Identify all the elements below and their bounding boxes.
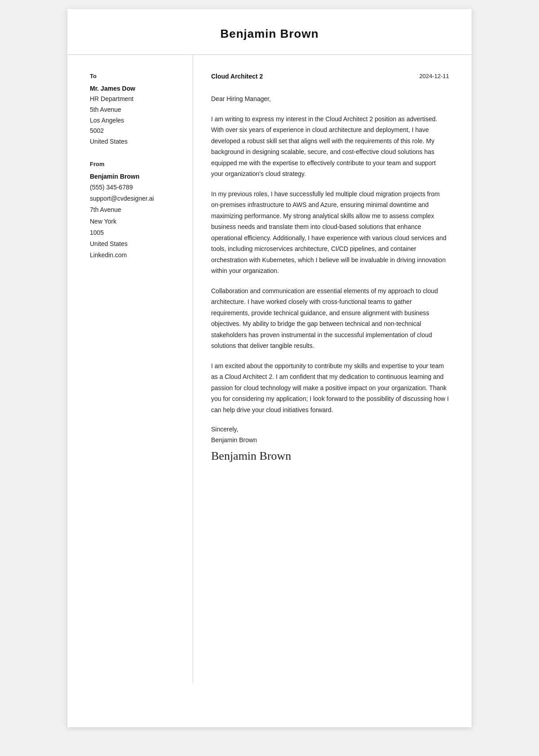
sender-street: 7th Avenue <box>90 204 179 215</box>
applicant-name: Benjamin Brown <box>94 27 445 41</box>
cover-letter-page: Benjamin Brown To Mr. James Dow HR Depar… <box>67 9 472 727</box>
job-title: Cloud Architect 2 <box>211 73 263 80</box>
paragraph-2: In my previous roles, I have successfull… <box>211 189 449 277</box>
from-section: From Benjamin Brown (555) 345-6789 suppo… <box>90 161 179 261</box>
to-section: To Mr. James Dow HR Department 5th Avenu… <box>90 73 179 147</box>
from-label: From <box>90 161 179 167</box>
address-line-2: 5th Avenue <box>90 105 179 115</box>
letter-date: 2024-12-11 <box>420 73 450 79</box>
letter-header: Cloud Architect 2 2024-12-11 <box>211 73 449 80</box>
closing-word: Sincerely, <box>211 426 238 433</box>
left-panel: To Mr. James Dow HR Department 5th Avenu… <box>67 55 193 683</box>
closing-text: Sincerely, Benjamin Brown <box>211 424 449 446</box>
signature-cursive: Benjamin Brown <box>211 449 449 463</box>
sender-name: Benjamin Brown <box>90 173 179 180</box>
sender-linkedin: Linkedin.com <box>90 250 179 261</box>
page-header: Benjamin Brown <box>67 9 472 55</box>
paragraph-3: Collaboration and communication are esse… <box>211 286 449 352</box>
letter-body: Dear Hiring Manager, I am writing to exp… <box>211 93 449 415</box>
sender-details: (555) 345-6789 support@cvdesigner.ai 7th… <box>90 182 179 261</box>
content-area: To Mr. James Dow HR Department 5th Avenu… <box>67 55 472 683</box>
signature-section: Sincerely, Benjamin Brown Benjamin Brown <box>211 424 449 463</box>
paragraph-4: I am excited about the opportunity to co… <box>211 360 449 416</box>
recipient-address: HR Department 5th Avenue Los Angeles 500… <box>90 94 179 147</box>
address-line-3: Los Angeles <box>90 115 179 126</box>
sender-country: United States <box>90 238 179 250</box>
sender-city: New York <box>90 216 179 227</box>
sender-phone: (555) 345-6789 <box>90 182 179 193</box>
address-line-1: HR Department <box>90 94 179 105</box>
paragraph-1: I am writing to express my interest in t… <box>211 114 449 180</box>
sender-email: support@cvdesigner.ai <box>90 193 179 204</box>
address-line-4: 5002 <box>90 126 179 136</box>
greeting: Dear Hiring Manager, <box>211 93 449 105</box>
closing-name: Benjamin Brown <box>211 436 257 444</box>
address-line-5: United States <box>90 136 179 147</box>
recipient-name: Mr. James Dow <box>90 85 179 92</box>
sender-zip: 1005 <box>90 227 179 238</box>
right-panel: Cloud Architect 2 2024-12-11 Dear Hiring… <box>193 55 472 683</box>
to-label: To <box>90 73 179 79</box>
